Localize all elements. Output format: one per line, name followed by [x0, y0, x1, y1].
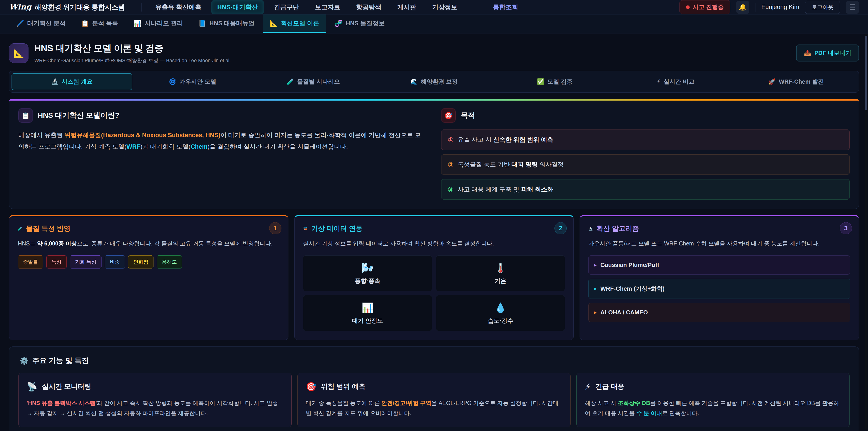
- substance-properties-card: 1 🧪 물질 특성 반영 HNS는 약 6,000종 이상으로, 종류가 매우 …: [9, 215, 288, 340]
- menu-item-rescue[interactable]: 긴급구난: [268, 0, 305, 14]
- card-header: 🧪 물질 특성 반영: [18, 224, 280, 233]
- page-scrollbar[interactable]: [865, 34, 867, 429]
- menu-item-oil-spill[interactable]: 유출유 확산예측: [149, 0, 207, 14]
- hamburger-menu-button[interactable]: ☰: [846, 1, 859, 14]
- feature-title: 긴급 대응: [595, 382, 624, 391]
- tag-vaporization[interactable]: 기화 특성: [70, 255, 101, 269]
- tab-label: 가우시안 모델: [180, 78, 216, 86]
- weather-box-label: 풍향·풍속: [355, 277, 380, 285]
- incident-label: 사고 진행중: [693, 3, 724, 11]
- feature-title: 실시간 모니터링: [42, 382, 91, 391]
- chart-icon: 📊: [362, 302, 373, 313]
- tab-wrf-chem-evolution[interactable]: 🚀 WRF-Chem 발전: [736, 73, 857, 90]
- tab-gaussian-model[interactable]: 🌀 가우시안 모델: [132, 73, 253, 90]
- feature-header: 🎯 위험 범위 예측: [306, 382, 562, 392]
- rocket-icon: 🚀: [768, 78, 776, 85]
- algo-gaussian-plume-puff[interactable]: ▸ Gaussian Plume/Puff: [588, 255, 850, 275]
- lightning-icon: ⚡: [656, 78, 660, 85]
- card-text: 가우시안 플룸/퍼프 모델 또는 WRF-Chem 수치 모델을 사용하여 대기…: [588, 239, 850, 249]
- tag-flash-point[interactable]: 인화점: [128, 255, 153, 269]
- algo-label: Gaussian Plume/Puff: [600, 261, 659, 269]
- subnav-label: 시나리오 관리: [145, 19, 183, 27]
- chem-highlight: Chem: [191, 143, 208, 150]
- algo-wrf-chem[interactable]: ▸ WRF-Chem (기상+화학): [588, 279, 850, 299]
- pdf-export-button[interactable]: 📤 PDF 내보내기: [796, 44, 859, 61]
- dispersion-algorithm-card: 3 🔬 확산 알고리즘 가우시안 플룸/퍼프 모델 또는 WRF-Chem 수치…: [580, 215, 859, 340]
- subnav-item-scenario-mgmt[interactable]: 📊 시나리오 관리: [127, 14, 190, 33]
- menu-item-integrated-search[interactable]: 통합조회: [487, 0, 524, 14]
- sub-navbar: 🖊️ 대기확산 분석 📋 분석 목록 📊 시나리오 관리 📘 HNS 대응매뉴얼…: [0, 14, 868, 33]
- arrow-icon: ▸: [594, 285, 597, 292]
- weather-box-humidity[interactable]: 💧 습도·강수: [436, 295, 565, 331]
- droplet-icon: 💧: [495, 302, 506, 313]
- weather-box-wind[interactable]: 🌬️ 풍향·풍속: [303, 255, 432, 291]
- menu-item-reports[interactable]: 보고자료: [309, 0, 346, 14]
- menu-item-hns-dispersion[interactable]: HNS·대기확산: [211, 0, 264, 14]
- menu-item-board[interactable]: 게시판: [391, 0, 422, 14]
- purpose-item-1: ① 유출 사고 시 신속한 위험 범위 예측: [441, 129, 850, 150]
- tab-substance-scenarios[interactable]: 🧪 물질별 시나리오: [253, 73, 374, 90]
- subnav-item-analysis[interactable]: 🖊️ 대기확산 분석: [9, 14, 72, 33]
- tag-evaporation[interactable]: 증발률: [18, 255, 43, 269]
- tag-toxicity[interactable]: 독성: [46, 255, 67, 269]
- subnav-label: 대기확산 분석: [27, 19, 66, 27]
- scrollbar-thumb[interactable]: [865, 36, 867, 110]
- menu-item-air-search[interactable]: 항공탐색: [350, 0, 387, 14]
- menu-divider: [475, 3, 475, 11]
- tab-label: 실시간 비교: [664, 78, 694, 86]
- thermometer-icon: 🌡️: [495, 263, 506, 274]
- target-icon: 🎯: [306, 382, 316, 392]
- nav-divider: [142, 3, 142, 11]
- menu-item-weather[interactable]: 기상정보: [426, 0, 463, 14]
- card-title: 기상 데이터 연동: [311, 224, 363, 233]
- subnav-item-model-theory[interactable]: 📐 확산모델 이론: [263, 14, 326, 33]
- weather-box-stability[interactable]: 📊 대기 안정도: [303, 295, 432, 331]
- subnav-item-hns-manual[interactable]: 📘 HNS 대응매뉴얼: [191, 14, 261, 33]
- incident-status-badge[interactable]: 사고 진행중: [680, 0, 730, 14]
- circled-2-icon: ②: [448, 161, 454, 168]
- tab-realtime-comparison[interactable]: ⚡ 실시간 비교: [615, 73, 736, 90]
- feature-text: 해상 사고 시 조화상수 DB를 이용한 빠른 예측 기술을 포함합니다. 사전…: [585, 398, 841, 418]
- property-tags: 증발률 독성 기화 특성 비중 인화점 용해도: [18, 255, 280, 269]
- card-number-badge: 3: [840, 222, 852, 235]
- features-grid: 📡 실시간 모니터링 'HNS 유출 블랙박스 시스템'과 같이 사고 즉시 확…: [18, 373, 850, 427]
- page-title-icon-box: 📐: [9, 43, 29, 63]
- clipboard-icon: 📋: [81, 20, 89, 27]
- main-content: 📐 HNS 대기확산 모델 이론 및 검증 WRF-Chem·Gaussian …: [0, 33, 868, 431]
- subnav-item-analysis-list[interactable]: 📋 분석 목록: [74, 14, 125, 33]
- content-tabs: 🔬 시스템 개요 🌀 가우시안 모델 🧪 물질별 시나리오 🌊 해양환경 보정 …: [9, 71, 859, 93]
- algo-label: ALOHA / CAMEO: [600, 309, 648, 316]
- tab-system-overview[interactable]: 🔬 시스템 개요: [11, 73, 132, 90]
- what-is-header: 📋 HNS 대기확산 모델이란?: [18, 108, 427, 123]
- algo-aloha-cameo[interactable]: ▸ ALOHA / CAMEO: [588, 303, 850, 322]
- weather-box-temperature[interactable]: 🌡️ 기온: [436, 255, 565, 291]
- purpose-text: 유출 사고 시 신속한 위험 범위 예측: [458, 135, 553, 144]
- weather-data-card: 2 🎏 기상 데이터 연동 실시간 기상 정보를 입력 데이터로 사용하여 확산…: [294, 215, 574, 340]
- export-icon: 📤: [804, 50, 811, 57]
- wrf-highlight: WRF: [127, 143, 141, 150]
- notifications-button[interactable]: 🔔: [736, 1, 749, 14]
- top-navbar: Wing 해양환경 위기대응 통합시스템 유출유 확산예측 HNS·대기확산 긴…: [0, 0, 868, 14]
- tag-solubility[interactable]: 용해도: [157, 255, 182, 269]
- subnav-item-hns-substance-info[interactable]: 🧬 HNS 물질정보: [328, 14, 391, 33]
- dna-icon: 🧬: [335, 20, 342, 27]
- app-logo[interactable]: Wing 해양환경 위기대응 통합시스템: [9, 2, 125, 12]
- user-name: Eunjeong Kim: [761, 4, 799, 11]
- weather-box-label: 대기 안정도: [352, 317, 383, 325]
- book-icon: 📘: [198, 20, 206, 27]
- gear-icon: ⚙️: [20, 357, 29, 365]
- test-tube-icon: 🧪: [18, 226, 22, 231]
- incident-dot-icon: [686, 5, 690, 9]
- page-title-block: HNS 대기확산 모델 이론 및 검증 WRF-Chem·Gaussian Pl…: [34, 42, 231, 64]
- page-subtitle: WRF-Chem·Gaussian Plume/Puff·ROMS·해양환경 보…: [34, 57, 231, 64]
- text-segment: )과 대기화학 모델(: [141, 143, 191, 150]
- logout-button[interactable]: 로그아웃: [805, 1, 840, 14]
- tab-ocean-correction[interactable]: 🌊 해양환경 보정: [374, 73, 494, 90]
- tag-density[interactable]: 비중: [105, 255, 125, 269]
- wave-icon: 🌊: [410, 78, 417, 85]
- circled-3-icon: ③: [448, 186, 454, 193]
- weather-box-label: 기온: [495, 277, 506, 285]
- tab-model-validation[interactable]: ✅ 모델 검증: [494, 73, 615, 90]
- text-segment: )을 결합하여 실시간 대기 확산을 시뮬레이션합니다.: [208, 143, 348, 150]
- triangle-ruler-icon: 📐: [13, 48, 24, 58]
